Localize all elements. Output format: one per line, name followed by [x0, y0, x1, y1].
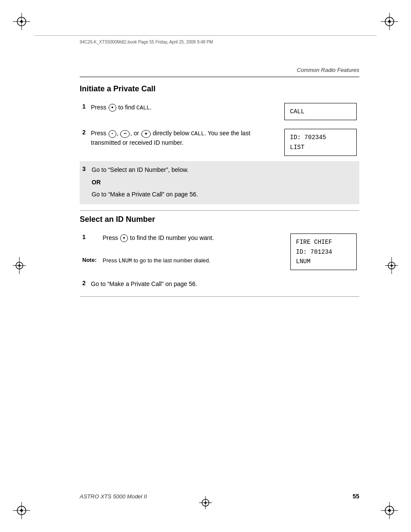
step1-display: CALL: [282, 100, 359, 124]
lnum-code: LNUM: [118, 258, 132, 264]
section-select-id: Select an ID Number 1 Press ● to find th…: [80, 215, 359, 292]
button-nav-icon: ★: [141, 130, 151, 138]
lcd-display-2: ID: 702345 LIST: [284, 129, 357, 156]
step2-num: 2: [80, 125, 88, 159]
footer-product-name: ASTRO XTS 5000 Model II: [80, 493, 147, 500]
svg-point-23: [391, 264, 393, 267]
crosshair-right: [385, 257, 398, 275]
step1-num: 1: [80, 100, 88, 124]
s2-step1-display: FIRE CHIEF ID: 701234 LNUM: [282, 230, 359, 274]
svg-point-15: [388, 509, 391, 512]
chapter-title: Common Radio Features: [297, 67, 359, 73]
section-initiate-call: Initiate a Private Call 1 Press ● to fin…: [80, 84, 359, 204]
svg-point-11: [20, 509, 23, 512]
s2-step2-row: 2 Go to “Make a Private Call” on page 56…: [80, 276, 359, 292]
step2-table: 2 Press •, ••, or ★ directly below CALL.…: [80, 125, 359, 159]
lcd-display-1: CALL: [284, 103, 357, 120]
button-double-icon: ••: [120, 130, 130, 138]
header-divider: [80, 77, 359, 77]
s2-step1-text: Press ● to find the ID number you want.: [100, 230, 282, 255]
step3-alt-empty: [347, 189, 359, 204]
svg-point-3: [20, 20, 23, 23]
corner-mark-tr: [381, 13, 398, 30]
step3-or-empty: [347, 175, 359, 189]
step3-text: Go to “Select an ID Number”, below.: [89, 161, 347, 175]
step2-display: ID: 702345 LIST: [282, 125, 359, 159]
s2-step2-text: Go to “Make a Private Call” on page 56.: [88, 276, 282, 292]
section2-heading: Select an ID Number: [80, 215, 359, 224]
file-info: 94C26-K_XTS5000Mdl2.book Page 55 Friday,…: [80, 38, 213, 45]
step3-or-spacer: [80, 175, 89, 189]
main-content: Initiate a Private Call 1 Press ● to fin…: [80, 82, 359, 301]
step3-alt-text: Go to “Make a Private Call” on page 56.: [89, 189, 347, 204]
call-code-2: CALL: [191, 131, 204, 137]
step2-text: Press •, ••, or ★ directly below CALL. Y…: [88, 125, 282, 159]
svg-point-7: [388, 20, 391, 23]
footer-page-number: 55: [352, 493, 359, 500]
corner-mark-tl: [13, 13, 30, 30]
s2-step1-row: 1 Press ● to find the ID number you want…: [80, 230, 359, 255]
svg-point-27: [205, 502, 207, 504]
crosshair-left: [13, 257, 26, 275]
step3-num: 3: [80, 161, 89, 175]
step3-row: 3 Go to “Select an ID Number”, below.: [80, 161, 359, 175]
step3-empty: [347, 161, 359, 175]
step1-text: Press ● to find CALL.: [88, 100, 282, 124]
step3-alt-row: Go to “Make a Private Call” on page 56.: [80, 189, 359, 204]
note-label-cell: Note:: [80, 255, 100, 274]
corner-mark-bl: [13, 502, 30, 519]
step3-or-text: OR: [89, 175, 347, 189]
call-code: CALL: [137, 105, 150, 111]
crosshair-bottom: [199, 496, 212, 510]
s2-step1-table: 1 Press ● to find the ID number you want…: [80, 230, 359, 274]
note-text-cell: Press LNUM to go to the last number dial…: [100, 255, 282, 274]
scroll-button-2-icon: ●: [120, 234, 128, 242]
s2-step2-table: 2 Go to “Make a Private Call” on page 56…: [80, 276, 359, 292]
step3-alt-spacer: [80, 189, 89, 204]
s2-step1-num: 1: [80, 230, 100, 255]
svg-point-19: [19, 264, 21, 267]
step1-table: 1 Press ● to find CALL. CALL: [80, 100, 359, 124]
or-label: OR: [92, 179, 345, 186]
bottom-divider: [80, 296, 359, 297]
button-single-icon: •: [109, 130, 116, 138]
top-rule: [34, 35, 377, 36]
scroll-button-icon: ●: [109, 104, 116, 112]
section1-heading: Initiate a Private Call: [80, 84, 359, 93]
section-divider: [80, 210, 359, 211]
corner-mark-br: [381, 502, 398, 519]
lcd-display-3: FIRE CHIEF ID: 701234 LNUM: [290, 233, 357, 270]
step2-row: 2 Press •, ••, or ★ directly below CALL.…: [80, 125, 359, 159]
step3-table: 3 Go to “Select an ID Number”, below. OR…: [80, 161, 359, 204]
step3-or-row: OR: [80, 175, 359, 189]
note-label: Note:: [82, 257, 97, 263]
s2-step2-num: 2: [80, 276, 88, 292]
s2-step2-empty: [282, 276, 359, 292]
step1-row: 1 Press ● to find CALL. CALL: [80, 100, 359, 124]
